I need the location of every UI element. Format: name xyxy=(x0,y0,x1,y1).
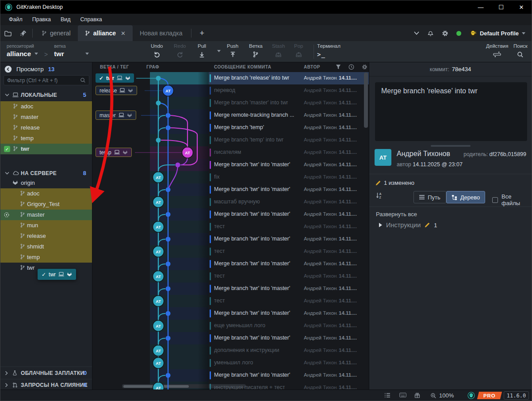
commit-row[interactable]: Merge branch 'twr' into 'master'Андрей Т… xyxy=(92,307,369,320)
redo-button[interactable]: Redo xyxy=(174,43,186,58)
profile-button[interactable]: Default Profile xyxy=(469,30,525,37)
sidebar-remote-branch[interactable]: Grigory_Test xyxy=(0,199,92,210)
close-button[interactable]: ✕ xyxy=(511,0,532,14)
path-view-button[interactable]: Путь xyxy=(413,191,446,203)
pop-button[interactable]: Pop xyxy=(294,43,303,58)
new-tab-button[interactable]: + xyxy=(193,29,211,38)
gear-icon[interactable] xyxy=(442,30,448,37)
sidebar-local-branch[interactable]: temp xyxy=(0,133,92,144)
sidebar-local-branch[interactable]: ✓twr xyxy=(0,144,92,154)
branch-label-temp[interactable]: temp xyxy=(96,148,132,157)
all-files-checkbox[interactable]: Все файлы xyxy=(492,193,532,206)
tab-new[interactable]: Новая вкладка xyxy=(133,30,190,37)
search-button[interactable]: Поиск xyxy=(513,43,528,58)
sidebar-local-branch[interactable]: master xyxy=(0,112,92,122)
graph-settings-gear-icon[interactable] xyxy=(362,64,367,70)
section-merge-requests[interactable]: ЗАПРОСЫ НА СЛИЯНИЕ 0 xyxy=(0,379,92,390)
commit-row[interactable]: тестАндрей Тихон...14.11.... xyxy=(92,270,369,283)
commit-row[interactable]: Merge branch 'twr' into 'master'Андрей Т… xyxy=(92,208,369,221)
sidebar-remote-branch[interactable]: master xyxy=(0,210,92,220)
maximize-button[interactable]: ☐ xyxy=(491,0,511,14)
remote-origin[interactable]: origin xyxy=(0,178,92,188)
close-tab-icon[interactable]: ✕ xyxy=(121,30,126,37)
commit-row[interactable]: тестАндрей Тихон...14.11.... xyxy=(92,295,369,307)
sidebar-local-branch[interactable]: adoc xyxy=(0,101,92,112)
sidebar-remote-branch[interactable]: twr xyxy=(0,263,92,273)
commit-row[interactable]: Merge branch 'release' into twrАндрей Ти… xyxy=(92,72,369,84)
stash-button[interactable]: Stash xyxy=(272,43,285,58)
commit-row[interactable]: еще уменьшил логоАндрей Тихон...14.11...… xyxy=(92,320,369,332)
commit-row[interactable]: Merge branch 'twr' into 'master'Андрей Т… xyxy=(92,283,369,295)
sidebar-local-branch[interactable]: release xyxy=(0,122,92,133)
commit-row[interactable]: fixАндрей Тихон...14.11.... xyxy=(92,171,369,183)
commit-row[interactable]: писателямАндрей Тихон...14.11....temp xyxy=(92,146,369,159)
commit-row[interactable]: Merge branch 'twr' into 'master'Андрей Т… xyxy=(92,233,369,245)
branch-label-master[interactable]: master xyxy=(96,111,136,120)
push-button[interactable]: Push xyxy=(227,43,238,58)
commit-row[interactable]: Merge branch 'twr' into 'master'Андрей Т… xyxy=(92,183,369,196)
sidebar-remote-branch[interactable]: shmidt xyxy=(0,241,92,252)
open-repo-button[interactable] xyxy=(0,25,15,41)
commit-row[interactable]: Merge branch 'twr' into 'master'Андрей Т… xyxy=(92,369,369,382)
commit-row[interactable]: дополнения к инструкцииАндрей Тихон...14… xyxy=(92,344,369,357)
tab-general[interactable]: general xyxy=(34,25,78,41)
commit-row[interactable]: масштаб вручнуюАндрей Тихон...14.11.... xyxy=(92,196,369,208)
branch-label-release[interactable]: release xyxy=(96,86,137,95)
menu-view[interactable]: Вид xyxy=(56,16,76,23)
commit-message-box[interactable]: Merge branch 'release' into twr xyxy=(375,82,527,141)
commit-row[interactable]: переводАндрей Тихон...14.11....release xyxy=(92,84,369,97)
pull-options-caret[interactable] xyxy=(217,50,221,52)
parent-hashes[interactable]: df276b,015899 xyxy=(490,151,526,157)
zoom-level[interactable]: 100% xyxy=(439,392,454,399)
section-cloud-patches[interactable]: ОБЛАЧНЫЕ ЗАПЛАТКИ 0 xyxy=(0,367,92,379)
terminal-button[interactable]: Терминал >_ xyxy=(317,43,341,58)
expand-all-link[interactable]: Развернуть все xyxy=(376,211,417,218)
commit-row[interactable]: Merge branch 'twr' into 'master'Андрей Т… xyxy=(92,258,369,270)
commit-row[interactable]: Merge remote-tracking branch ...Андрей Т… xyxy=(92,109,369,122)
branch-selector[interactable]: ветка twr xyxy=(54,43,89,58)
actions-button[interactable]: Действия xyxy=(486,43,508,58)
commit-list-icon[interactable] xyxy=(384,393,390,398)
repo-selector[interactable]: репозиторий alliance xyxy=(7,43,38,58)
scrollbar-thumb[interactable] xyxy=(123,385,189,388)
commit-row[interactable]: Merge branch 'twr' into 'master'Андрей Т… xyxy=(92,159,369,171)
tree-view-button[interactable]: Дерево xyxy=(446,191,485,203)
filter-input[interactable]: Фильтр (Ctrl + Alt + f) xyxy=(4,75,89,85)
commit-row[interactable]: тестАндрей Тихон...14.11.... xyxy=(92,245,369,258)
bell-icon[interactable] xyxy=(427,30,434,37)
undo-button[interactable]: Undo xyxy=(151,43,163,58)
minimize-button[interactable]: — xyxy=(471,0,491,14)
sidebar-remote-branch[interactable]: temp xyxy=(0,252,92,263)
commit-row[interactable]: уменьшил логоАндрей Тихон...14.11.... xyxy=(92,357,369,369)
checkbox-icon[interactable] xyxy=(492,197,498,203)
section-local[interactable]: ЛОКАЛЬНЫЕ 5 xyxy=(0,89,92,100)
resize-handle[interactable] xyxy=(431,145,471,147)
chevron-down-icon[interactable] xyxy=(414,31,419,35)
clock-icon[interactable] xyxy=(348,64,354,70)
commit-row[interactable]: тестАндрей Тихон...14.11.... xyxy=(92,221,369,233)
menu-edit[interactable]: Правка xyxy=(27,16,56,23)
commit-row[interactable]: Merge branch 'twr' into 'master'Андрей Т… xyxy=(92,332,369,344)
commit-row[interactable]: Merge branch 'temp' into twrАндрей Тихон… xyxy=(92,134,369,146)
menu-help[interactable]: Справка xyxy=(76,16,107,23)
filter-funnel-icon[interactable] xyxy=(336,64,341,70)
branch-button[interactable]: Ветка xyxy=(249,43,263,58)
changed-folder-row[interactable]: Инструкции 1 xyxy=(379,222,437,229)
vertical-scrollbar[interactable] xyxy=(364,73,368,389)
commit-row[interactable]: Merge branch 'master' into twrАндрей Тих… xyxy=(92,97,369,109)
sort-button[interactable]: AZ xyxy=(375,192,383,201)
sidebar-remote-branch[interactable]: mun xyxy=(0,220,92,231)
launchpad-button[interactable] xyxy=(15,25,31,41)
keyboard-shortcuts-icon[interactable] xyxy=(399,393,406,397)
branch-label-twr[interactable]: ✓twr xyxy=(96,73,134,83)
menu-file[interactable]: Файл xyxy=(4,16,27,23)
tab-alliance[interactable]: alliance ✕ xyxy=(78,25,133,41)
gift-icon[interactable] xyxy=(414,393,420,398)
section-remote[interactable]: НА СЕРВЕРЕ 8 xyxy=(0,168,92,179)
sidebar-remote-branch[interactable]: adoc xyxy=(0,188,92,199)
zoom-icon[interactable] xyxy=(430,393,436,399)
commit-row[interactable]: Merge branch 'temp'Андрей Тихон...14.11.… xyxy=(92,122,369,134)
scrollbar-thumb[interactable] xyxy=(364,73,368,128)
sidebar-remote-branch[interactable]: release xyxy=(0,231,92,241)
back-icon[interactable] xyxy=(4,65,12,73)
